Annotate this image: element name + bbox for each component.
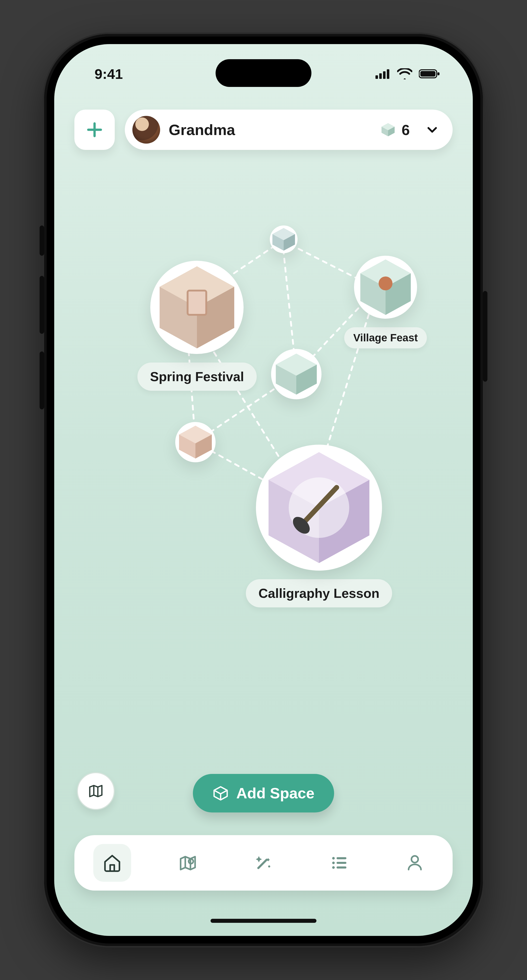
status-time: 9:41 <box>94 66 123 82</box>
svg-rect-0 <box>375 75 378 79</box>
svg-rect-48 <box>337 857 347 859</box>
bottom-nav <box>74 835 453 891</box>
node-label: Village Feast <box>344 327 427 348</box>
cube-icon <box>175 422 216 462</box>
hex-icon <box>150 261 244 354</box>
space-node-spring-festival[interactable]: Spring Festival <box>137 261 257 391</box>
space-node-village-feast[interactable]: Village Feast <box>344 256 427 348</box>
list-icon <box>329 853 350 873</box>
svg-point-45 <box>332 857 335 859</box>
svg-point-46 <box>332 862 335 864</box>
avatar <box>133 116 160 143</box>
space-count-number: 6 <box>402 121 410 138</box>
space-node-small-3[interactable] <box>175 422 216 462</box>
svg-rect-25 <box>188 291 206 315</box>
add-space-button[interactable]: Add Space <box>193 774 334 813</box>
svg-rect-50 <box>337 866 347 869</box>
cube-icon <box>380 122 396 138</box>
add-space-label: Add Space <box>236 784 315 802</box>
profile-selector[interactable]: Grandma 6 <box>125 110 453 150</box>
profile-name: Grandma <box>169 121 371 138</box>
nav-list[interactable] <box>320 844 358 882</box>
hex-icon <box>256 445 382 571</box>
svg-rect-5 <box>420 71 436 76</box>
map-icon <box>87 782 105 800</box>
cube-icon <box>271 349 321 399</box>
chevron-down-icon <box>426 123 439 136</box>
svg-point-44 <box>268 865 270 867</box>
svg-rect-1 <box>379 73 382 79</box>
space-node-small-2[interactable] <box>271 349 321 399</box>
battery-icon <box>419 69 440 79</box>
space-node-calligraphy[interactable]: Calligraphy Lesson <box>246 445 392 608</box>
node-label: Calligraphy Lesson <box>246 579 392 608</box>
home-icon <box>102 853 123 873</box>
nav-magic[interactable] <box>244 844 283 882</box>
add-button[interactable] <box>74 110 115 150</box>
nav-profile[interactable] <box>396 844 434 882</box>
svg-rect-6 <box>438 72 439 75</box>
nav-map[interactable] <box>169 844 207 882</box>
map-toggle-button[interactable] <box>77 772 115 810</box>
cube-outline-icon <box>212 785 229 801</box>
svg-point-29 <box>379 277 393 291</box>
side-button <box>40 226 44 256</box>
space-node-small-1[interactable] <box>270 226 297 253</box>
side-button <box>483 291 487 382</box>
side-button <box>40 276 44 334</box>
svg-point-47 <box>332 866 335 869</box>
cellular-icon <box>375 69 391 79</box>
wifi-icon <box>397 68 412 80</box>
node-label: Spring Festival <box>137 363 257 391</box>
svg-rect-3 <box>387 69 389 79</box>
svg-point-51 <box>412 856 418 862</box>
plus-icon <box>86 121 104 138</box>
hex-icon <box>354 256 417 319</box>
dynamic-island <box>216 59 311 87</box>
cube-icon <box>270 226 297 253</box>
phone-frame: 9:41 <box>44 34 483 946</box>
svg-rect-2 <box>383 71 386 79</box>
status-indicators <box>375 68 440 80</box>
map-pin-icon <box>177 853 198 873</box>
magic-wand-icon <box>253 853 274 873</box>
nav-home[interactable] <box>93 844 131 882</box>
home-indicator <box>211 919 316 923</box>
svg-rect-49 <box>337 862 347 864</box>
person-icon <box>404 853 425 873</box>
side-button <box>40 352 44 409</box>
space-count: 6 <box>380 121 410 138</box>
screen: 9:41 <box>54 44 473 936</box>
